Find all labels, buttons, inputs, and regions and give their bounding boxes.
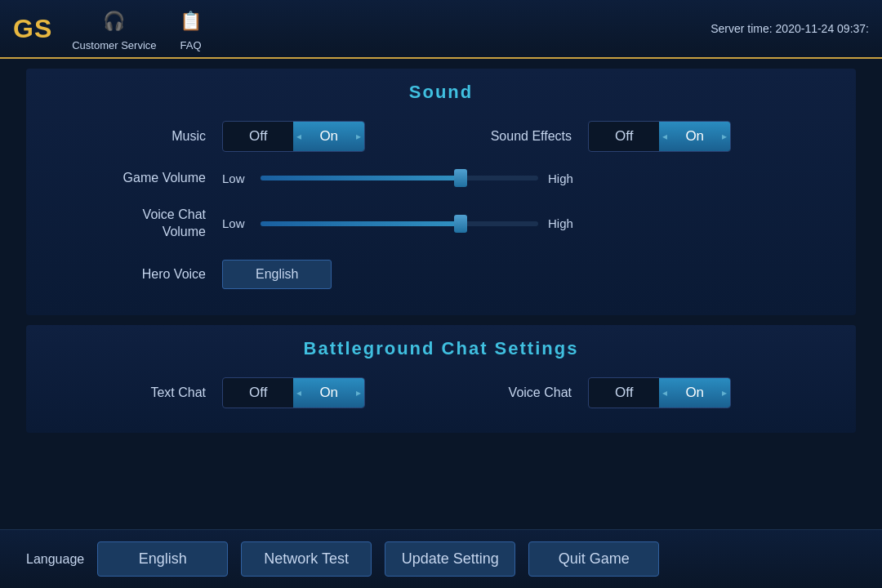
game-volume-high-label: High <box>548 172 577 185</box>
text-chat-off-btn[interactable]: Off <box>223 378 293 408</box>
faq-icon: 📋 <box>176 7 206 36</box>
game-volume-row: Game Volume Low High <box>26 160 856 197</box>
text-voice-chat-row: Text Chat Off On Voice Chat Off On <box>26 369 856 416</box>
game-volume-slider-container: Low High <box>222 172 807 185</box>
nav-customer-service-label: Customer Service <box>72 39 156 51</box>
hero-voice-row: Hero Voice English <box>26 250 856 299</box>
voice-chat-col: Voice Chat Off On <box>441 377 807 408</box>
language-label: Language <box>26 552 84 567</box>
voice-chat-volume-thumb[interactable] <box>454 215 467 233</box>
text-chat-toggle-group: Off On <box>222 377 365 408</box>
sound-effects-col: Sound Effects Off On <box>441 121 807 152</box>
top-bar: GS 🎧 Customer Service 📋 FAQ Server time:… <box>0 0 882 59</box>
sound-effects-toggle-group: Off On <box>588 121 731 152</box>
text-chat-col: Text Chat Off On <box>75 377 441 408</box>
music-toggle-group: Off On <box>222 121 365 152</box>
top-nav: 🎧 Customer Service 📋 FAQ <box>72 7 205 51</box>
sound-effects-on-btn[interactable]: On <box>659 122 730 151</box>
sound-section-title: Sound <box>26 69 856 113</box>
game-volume-track[interactable] <box>261 176 538 180</box>
server-time: Server time: 2020-11-24 09:37: <box>710 22 869 35</box>
music-label: Music <box>75 128 206 145</box>
headset-icon: 🎧 <box>100 7 129 36</box>
voice-chat-volume-row: Voice Chat Volume Low High <box>26 197 856 251</box>
bottom-bar: Language English Network Test Update Set… <box>0 529 882 588</box>
voice-chat-volume-fill <box>261 221 461 226</box>
voice-chat-toggle-group: Off On <box>588 377 731 408</box>
sound-effects-off-btn[interactable]: Off <box>589 122 659 151</box>
voice-chat-label: Voice Chat <box>441 385 572 402</box>
hero-voice-dropdown[interactable]: English <box>222 260 332 289</box>
music-col: Music Off On <box>75 121 441 152</box>
game-volume-fill <box>261 176 461 180</box>
voice-chat-volume-track[interactable] <box>261 221 538 226</box>
voice-chat-volume-high-label: High <box>548 216 577 230</box>
game-volume-low-label: Low <box>222 172 251 185</box>
text-chat-on-btn[interactable]: On <box>293 378 364 408</box>
voice-chat-volume-label: Voice Chat Volume <box>75 207 206 241</box>
network-test-btn[interactable]: Network Test <box>241 541 372 577</box>
game-volume-thumb[interactable] <box>454 169 467 187</box>
quit-game-btn[interactable]: Quit Game <box>528 541 659 577</box>
scroll-area: Sound Music Off On Sound Effects Off On … <box>0 59 882 529</box>
voice-chat-volume-low-label: Low <box>222 216 251 230</box>
nav-faq[interactable]: 📋 FAQ <box>176 7 206 51</box>
voice-chat-on-btn[interactable]: On <box>659 378 730 408</box>
update-setting-btn[interactable]: Update Setting <box>385 541 515 577</box>
voice-chat-off-btn[interactable]: Off <box>589 378 659 408</box>
game-volume-label: Game Volume <box>75 170 206 187</box>
chat-section-title: Battleground Chat Settings <box>26 325 856 369</box>
music-on-btn[interactable]: On <box>293 122 364 151</box>
logo: GS <box>13 14 52 44</box>
sound-section: Sound Music Off On Sound Effects Off On … <box>26 69 856 315</box>
text-chat-label: Text Chat <box>75 385 206 402</box>
music-off-btn[interactable]: Off <box>223 122 293 151</box>
voice-chat-volume-slider-container: Low High <box>222 216 807 230</box>
nav-faq-label: FAQ <box>180 39 202 51</box>
chat-section: Battleground Chat Settings Text Chat Off… <box>26 325 856 433</box>
language-btn[interactable]: English <box>97 541 228 577</box>
sound-effects-label: Sound Effects <box>441 128 572 145</box>
hero-voice-label: Hero Voice <box>75 266 206 283</box>
music-soundeffects-row: Music Off On Sound Effects Off On <box>26 113 856 160</box>
nav-customer-service[interactable]: 🎧 Customer Service <box>72 7 156 51</box>
